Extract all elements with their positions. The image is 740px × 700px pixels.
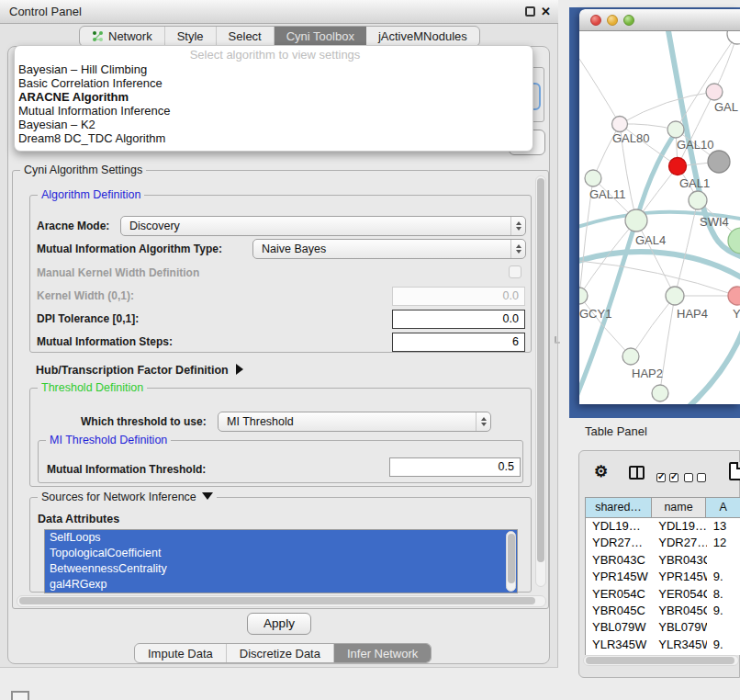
node-hap2[interactable]: [622, 348, 639, 365]
tab-jactivemnodules[interactable]: jActiveMNodules: [366, 27, 479, 46]
aracne-mode-value: Discovery: [121, 220, 510, 232]
manual-kernel-width-checkbox[interactable]: [509, 265, 521, 278]
table-row[interactable]: YLR345WYLR345W9.: [586, 637, 740, 653]
node-gal4[interactable]: [625, 209, 647, 231]
algorithm-option[interactable]: Bayesian – K2: [17, 118, 533, 131]
gear-icon[interactable]: ⚙: [594, 462, 608, 481]
attributes-scrollbar-thumb[interactable]: [508, 534, 515, 583]
node-label: GAL80: [612, 131, 649, 145]
table-row[interactable]: YBR045CYBR045C9.: [586, 603, 740, 619]
attribute-item-selected[interactable]: TopologicalCoefficient: [45, 546, 517, 561]
column-header-shared-name[interactable]: shared…: [586, 498, 652, 517]
cell: YPR145W: [652, 569, 706, 585]
algorithm-option[interactable]: Dream8 DC_TDC Algorithm: [17, 131, 533, 145]
tab-network[interactable]: Network: [80, 27, 165, 46]
float-window-icon[interactable]: [525, 6, 535, 17]
settings-vertical-scrollbar[interactable]: [535, 175, 546, 587]
table-row[interactable]: YBR043CYBR043C: [586, 552, 740, 569]
hub-tf-definition-label: Hub/Transcription Factor Definition: [36, 364, 229, 377]
hub-tf-definition-toggle[interactable]: Hub/Transcription Factor Definition: [36, 361, 243, 378]
collapse-arrow-icon[interactable]: [202, 492, 213, 500]
node-unlabeled-bottom[interactable]: [652, 385, 668, 401]
table-row[interactable]: YDR27…YDR27…12: [586, 535, 740, 551]
settings-vertical-scrollbar-thumb[interactable]: [537, 178, 544, 562]
stepper-arrows-icon: [510, 240, 525, 258]
kernel-width-field[interactable]: 0.0: [392, 287, 525, 306]
which-threshold-combo[interactable]: MI Threshold: [218, 412, 491, 432]
algorithm-option[interactable]: Mutual Information Inference: [17, 104, 533, 118]
data-attributes-list[interactable]: SelfLoops TopologicalCoefficient Between…: [44, 529, 518, 593]
sources-title-text: Sources for Network Inference: [41, 491, 196, 503]
zoom-traffic-light-icon[interactable]: [623, 15, 634, 26]
tab-select[interactable]: Select: [217, 27, 275, 46]
settings-horizontal-scrollbar-thumb[interactable]: [19, 597, 535, 604]
screen: Control Panel ✕ Network Style: [0, 0, 740, 700]
attributes-scrollbar[interactable]: [506, 531, 516, 592]
network-view-window[interactable]: GAL GAL80 GAL10 GAL1 GAL11 SWI4 GAL4 GCY…: [579, 9, 740, 404]
close-icon[interactable]: ✕: [541, 4, 551, 20]
node-unlabeled[interactable]: [727, 31, 740, 44]
algorithm-option[interactable]: Basic Correlation Inference: [17, 76, 533, 90]
manual-kernel-width-label: Manual Kernel Width Definition: [37, 266, 199, 279]
cell: 9.: [707, 569, 740, 585]
minimize-traffic-light-icon[interactable]: [607, 15, 618, 26]
table-horizontal-scrollbar-thumb[interactable]: [586, 657, 734, 664]
node-label: GAL10: [677, 138, 713, 152]
deselect-all-columns-icon[interactable]: [684, 469, 710, 486]
tab-style[interactable]: Style: [165, 27, 217, 46]
aracne-mode-label: Aracne Mode:: [37, 220, 109, 232]
minimized-panel-icon[interactable]: [11, 691, 29, 700]
mi-threshold-field[interactable]: 0.5: [389, 457, 521, 477]
table-row[interactable]: YBL079WYBL079W: [586, 619, 740, 636]
attribute-item-selected[interactable]: SelfLoops: [45, 530, 517, 546]
columns-icon[interactable]: [629, 466, 645, 480]
node-hap4[interactable]: [666, 287, 684, 305]
node-gal10[interactable]: [667, 121, 684, 138]
algorithm-option[interactable]: Bayesian – Hill Climbing: [17, 62, 533, 76]
table-row[interactable]: YDL19…YDL19…13: [586, 518, 740, 535]
cell: YDR27…: [586, 535, 652, 551]
panel-resize-handle[interactable]: [555, 336, 560, 344]
node-gcy1[interactable]: [579, 288, 588, 304]
tab-impute-data[interactable]: Impute Data: [135, 644, 227, 662]
node-gal-partial[interactable]: [706, 84, 723, 100]
aracne-mode-combo[interactable]: Discovery: [120, 216, 526, 236]
table-row[interactable]: YPR145WYPR145W9.: [586, 569, 740, 585]
attribute-item-selected[interactable]: BetweennessCentrality: [45, 561, 517, 577]
column-header-name[interactable]: name: [652, 498, 706, 517]
column-header-partial[interactable]: A: [706, 498, 740, 517]
mi-steps-field[interactable]: 6: [392, 333, 525, 352]
settings-horizontal-scrollbar[interactable]: [17, 595, 546, 607]
node-table: shared… name A: [585, 497, 740, 518]
tab-discretize-data[interactable]: Discretize Data: [227, 644, 334, 662]
cyni-toolbox-panel: Select algorithm to view settings Bayesi…: [7, 46, 550, 664]
dpi-tolerance-field[interactable]: 0.0: [392, 310, 525, 329]
algorithm-option-selected[interactable]: ARACNE Algorithm: [17, 90, 533, 104]
node-y-partial[interactable]: [728, 287, 740, 305]
apply-button[interactable]: Apply: [247, 613, 311, 635]
node-gal11[interactable]: [585, 170, 601, 186]
cell: YER054C: [652, 586, 706, 603]
attribute-item-selected[interactable]: gal4RGexp: [45, 577, 517, 593]
table-horizontal-scrollbar[interactable]: [583, 655, 739, 666]
tab-cyni-toolbox-label: Cyni Toolbox: [286, 29, 354, 43]
tab-jactivemnodules-label: jActiveMNodules: [378, 29, 467, 43]
node-swi4[interactable]: [689, 191, 707, 209]
network-canvas[interactable]: GAL GAL80 GAL10 GAL1 GAL11 SWI4 GAL4 GCY…: [579, 31, 740, 404]
tab-cyni-toolbox[interactable]: Cyni Toolbox: [275, 27, 366, 46]
table-row[interactable]: YER054CYER054C8.: [586, 586, 740, 603]
mi-algorithm-type-combo[interactable]: Naive Bayes: [252, 239, 526, 259]
select-all-columns-icon[interactable]: [656, 469, 682, 486]
node-gal1-red[interactable]: [669, 158, 687, 175]
sources-group-title: Sources for Network Inference: [38, 491, 217, 503]
close-traffic-light-icon[interactable]: [590, 15, 601, 26]
tab-style-label: Style: [177, 29, 204, 43]
cell: YBR043C: [586, 552, 652, 569]
node-gray[interactable]: [708, 151, 730, 173]
node-label: SWI4: [700, 215, 729, 229]
tab-infer-network[interactable]: Infer Network: [334, 644, 431, 662]
network-window-titlebar[interactable]: [579, 9, 740, 31]
node-gal80[interactable]: [612, 117, 628, 132]
algorithm-definition-group: Algorithm Definition Aracne Mode: Discov…: [29, 195, 532, 353]
document-icon[interactable]: [729, 462, 740, 480]
